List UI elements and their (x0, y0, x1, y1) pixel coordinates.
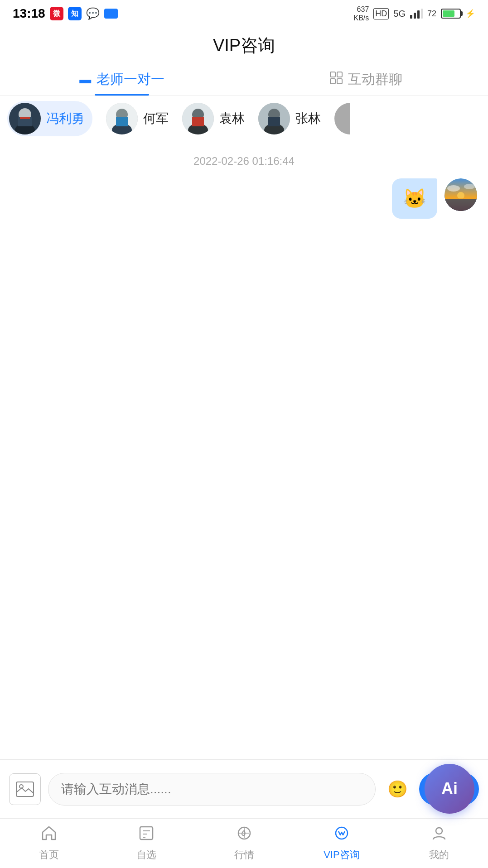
mine-icon (431, 825, 447, 845)
svg-rect-0 (410, 15, 412, 19)
5g-signal: 5G (393, 9, 406, 19)
tab-grid-icon (330, 72, 343, 87)
svg-rect-20 (192, 117, 204, 126)
status-bar: 13:18 微 知 💬 637 KB/s HD 5G 72 ⚡ (0, 0, 488, 27)
svg-rect-4 (330, 72, 335, 77)
svg-point-32 (464, 184, 475, 189)
battery-icon (441, 9, 461, 19)
emoji-button[interactable]: 🙂 (383, 775, 412, 804)
nav-home[interactable]: 首页 (0, 825, 97, 862)
msg-bubble-1: 🐱 (392, 178, 437, 219)
svg-rect-2 (417, 10, 420, 19)
svg-rect-24 (268, 117, 280, 126)
teachers-row: 冯利勇 何军 (0, 96, 488, 141)
msg-content-1: 🐱 (403, 188, 426, 209)
teacher-item-zhang-lin[interactable]: 张林 (258, 103, 321, 134)
zhihu-icon: 知 (68, 7, 82, 20)
nav-mine-label: 我的 (429, 848, 449, 862)
teacher-item-yuan-lin[interactable]: 袁林 (182, 103, 245, 134)
chat-app-icon: 💬 (86, 7, 100, 20)
teacher-name-feng-liyong: 冯利勇 (46, 110, 84, 127)
vip-icon (333, 825, 350, 845)
tab-chat-icon: ▬ (79, 72, 91, 86)
svg-rect-33 (445, 198, 477, 199)
page-title-bar: VIP咨询 (0, 27, 488, 63)
svg-rect-29 (445, 199, 477, 211)
svg-rect-12 (20, 117, 30, 119)
tab-one-on-one-label: 老师一对一 (97, 70, 164, 89)
tab-group-chat[interactable]: 互动群聊 (244, 63, 488, 96)
svg-rect-3 (421, 9, 423, 19)
message-input[interactable] (48, 773, 376, 806)
nav-home-label: 首页 (39, 848, 59, 862)
teacher-name-yuan-lin: 袁林 (219, 110, 245, 127)
teacher-more-hint (334, 103, 350, 134)
input-bar: 🙂 发送 (0, 759, 488, 818)
svg-rect-5 (337, 72, 342, 77)
ai-fab-button[interactable]: Ai (425, 764, 474, 814)
teacher-name-zhang-lin: 张林 (295, 110, 321, 127)
svg-rect-16 (116, 117, 128, 126)
ai-fab-label: Ai (441, 779, 458, 798)
page-title: VIP咨询 (213, 34, 275, 57)
teacher-item-he-jun[interactable]: 何军 (106, 103, 169, 134)
user-avatar (445, 178, 477, 211)
bottom-nav: 首页 自选 行情 (0, 818, 488, 868)
hd1-badge: HD (373, 8, 389, 19)
nav-watchlist-label: 自选 (136, 848, 156, 862)
weibo-icon: 微 (50, 7, 63, 20)
signal-bars (410, 9, 423, 19)
msg-row-1: 🐱 (11, 178, 477, 219)
chat-area: 2022-02-26 01:16:44 🐱 (0, 141, 488, 759)
svg-point-31 (447, 185, 460, 192)
teacher-name-he-jun: 何军 (143, 110, 169, 127)
nav-mine[interactable]: 我的 (391, 825, 488, 862)
nav-market[interactable]: 行情 (195, 825, 293, 862)
svg-rect-37 (140, 827, 153, 839)
status-time: 13:18 (13, 6, 45, 21)
nav-watchlist[interactable]: 自选 (97, 825, 195, 862)
battery-num: 72 (427, 9, 436, 19)
nav-vip[interactable]: VIP咨询 (293, 825, 390, 862)
status-right: 637 KB/s HD 5G 72 ⚡ (353, 5, 475, 22)
other-app-icon (104, 9, 118, 19)
teacher-item-feng-liyong[interactable]: 冯利勇 (7, 101, 92, 136)
watchlist-icon (138, 825, 155, 845)
teacher-avatar-yuan-lin (182, 103, 214, 134)
svg-rect-1 (414, 13, 416, 19)
home-icon (41, 825, 57, 845)
tab-one-on-one[interactable]: ▬ 老师一对一 (0, 63, 244, 96)
teacher-avatar-zhang-lin (258, 103, 290, 134)
market-icon (236, 825, 252, 845)
svg-rect-35 (16, 782, 34, 796)
msg-time: 2022-02-26 01:16:44 (11, 155, 477, 168)
svg-point-45 (436, 828, 442, 834)
image-attach-button[interactable] (9, 773, 41, 805)
tab-group-chat-label: 互动群聊 (348, 70, 402, 89)
emoji-icon: 🙂 (387, 780, 408, 799)
teacher-avatar-feng-liyong (9, 103, 41, 134)
charging-icon: ⚡ (465, 9, 475, 19)
nav-vip-label: VIP咨询 (324, 848, 359, 862)
svg-rect-6 (330, 79, 335, 84)
net-speed: 637 KB/s (353, 5, 369, 22)
nav-market-label: 行情 (234, 848, 254, 862)
svg-rect-7 (337, 79, 342, 84)
teacher-avatar-he-jun (106, 103, 138, 134)
tab-bar: ▬ 老师一对一 互动群聊 (0, 63, 488, 96)
main-layout: VIP咨询 ▬ 老师一对一 互动群聊 (0, 27, 488, 868)
